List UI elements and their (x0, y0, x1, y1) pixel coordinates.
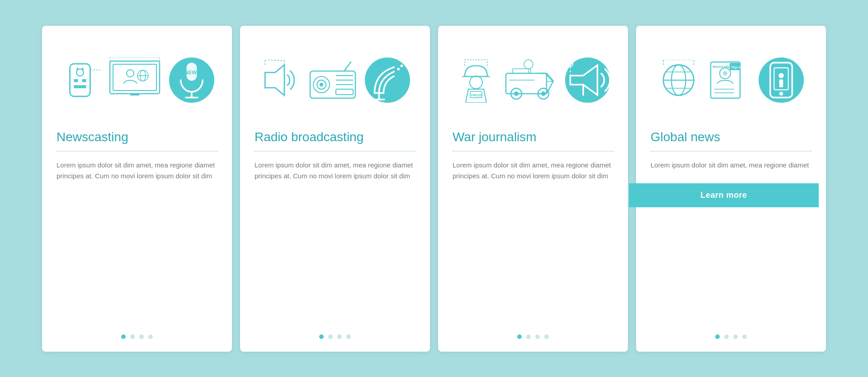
svg-line-30 (344, 62, 351, 71)
svg-point-53 (514, 91, 519, 96)
svg-rect-56 (513, 69, 531, 73)
svg-point-57 (524, 60, 533, 69)
svg-point-33 (320, 83, 323, 86)
dot-inactive (346, 334, 351, 339)
card-global-divider (651, 151, 811, 152)
dot-active (715, 334, 720, 339)
svg-rect-84 (779, 79, 783, 87)
phone-info-icon-circle (759, 57, 804, 103)
svg-text:NEWS: NEWS (184, 70, 200, 75)
learn-more-button[interactable]: Learn more (629, 183, 819, 207)
card-radio-dots (319, 327, 351, 339)
svg-rect-37 (336, 89, 353, 95)
svg-point-8 (81, 68, 84, 70)
svg-text:MAGAZINE: MAGAZINE (712, 65, 732, 69)
card-newscasting-divider (57, 151, 217, 152)
card-radio-divider (255, 151, 415, 152)
journalist-icon: PRESS (456, 57, 496, 103)
card-global-text: Lorem ipsum dolor sit dim amet, mea regi… (651, 160, 811, 171)
card-war-text: Lorem ipsum dolor sit dim amet, mea regi… (453, 160, 613, 181)
card-war-journalism: PRESS (438, 26, 628, 352)
svg-point-85 (779, 91, 783, 95)
card-radio-icons (255, 44, 415, 116)
dot-inactive (535, 334, 540, 339)
svg-rect-4 (74, 85, 78, 88)
dot-inactive (130, 334, 135, 339)
dot-inactive (733, 334, 738, 339)
svg-point-74 (723, 71, 727, 76)
svg-text:PRESS: PRESS (471, 94, 482, 97)
radio-icon (308, 60, 358, 100)
card-war-title: War journalism (453, 130, 613, 144)
megaphone-icon-circle (565, 57, 610, 103)
card-newscasting-dots (121, 327, 153, 339)
card-global-news: Top 10 MAGAZINE (636, 26, 826, 352)
dot-inactive (742, 334, 747, 339)
svg-rect-10 (110, 61, 160, 94)
svg-rect-3 (82, 79, 86, 82)
dot-inactive (337, 334, 342, 339)
svg-point-42 (401, 64, 403, 67)
satellite-icon-circle (365, 57, 410, 103)
card-global-dots (715, 327, 747, 339)
svg-point-62 (568, 61, 573, 66)
svg-point-45 (470, 76, 482, 89)
dot-inactive (148, 334, 153, 339)
card-newscasting-text: Lorem ipsum dolor sit dim amet, mea regi… (57, 160, 217, 181)
svg-point-55 (541, 91, 546, 96)
svg-rect-5 (82, 85, 86, 88)
globe-icon (658, 60, 699, 100)
svg-line-28 (265, 60, 284, 61)
remote-icon (60, 60, 100, 100)
dot-active (517, 334, 522, 339)
card-war-icons: PRESS (453, 44, 613, 116)
news-van-icon (504, 57, 558, 103)
tv-icon (108, 57, 162, 103)
card-global-title: Global news (651, 130, 811, 144)
dot-inactive (526, 334, 531, 339)
microphone-icon-circle: NEWS (169, 57, 214, 103)
dot-inactive (139, 334, 144, 339)
svg-point-12 (127, 70, 134, 77)
svg-marker-25 (265, 65, 284, 95)
card-global-icons: Top 10 MAGAZINE (651, 44, 811, 116)
dot-active (121, 334, 126, 339)
card-radio-title: Radio broadcasting (255, 130, 415, 144)
svg-rect-11 (113, 64, 156, 91)
card-war-dots (517, 327, 549, 339)
card-radio-broadcasting: Radio broadcasting Lorem ipsum dolor sit… (240, 26, 430, 352)
card-war-divider (453, 151, 613, 152)
dot-inactive (544, 334, 549, 339)
svg-rect-6 (78, 85, 82, 88)
svg-point-43 (404, 61, 406, 64)
svg-point-7 (76, 68, 79, 70)
svg-point-1 (76, 69, 84, 76)
svg-rect-2 (74, 79, 78, 82)
card-newscasting-title: Newscasting (57, 130, 217, 144)
card-newscasting-icons: NEWS (57, 44, 217, 116)
card-radio-text: Lorem ipsum dolor sit dim amet, mea regi… (255, 160, 415, 181)
speaker-icon (260, 60, 301, 100)
dot-inactive (724, 334, 729, 339)
svg-point-83 (778, 73, 783, 78)
cards-container: NEWS Newscasting Lorem ipsum dolor sit d… (24, 8, 844, 370)
magazine-icon: Top 10 MAGAZINE (706, 57, 751, 103)
dot-active (319, 334, 324, 339)
svg-point-41 (397, 67, 400, 70)
svg-text:Top 10: Top 10 (731, 65, 743, 69)
card-newscasting: NEWS Newscasting Lorem ipsum dolor sit d… (42, 26, 232, 352)
dot-inactive (328, 334, 333, 339)
